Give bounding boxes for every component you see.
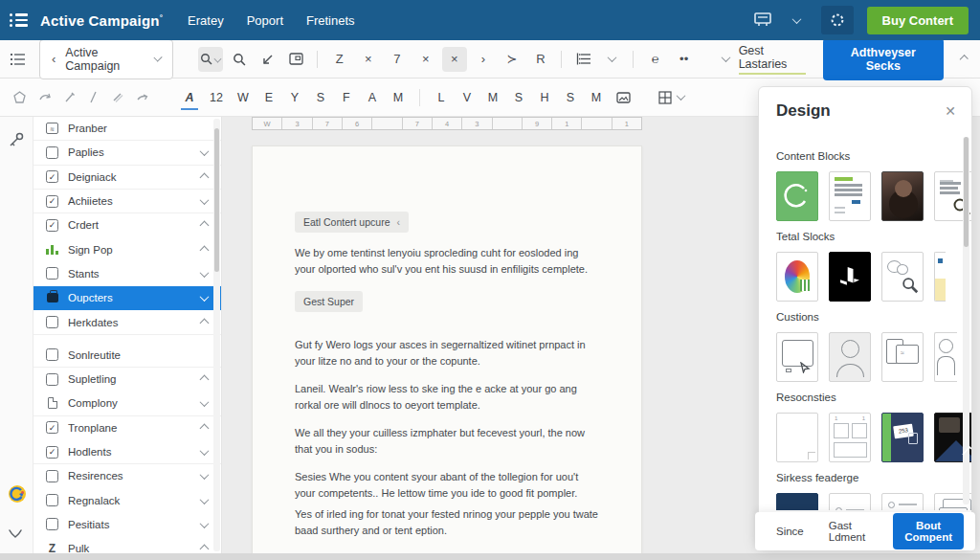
checkbox-icon[interactable] xyxy=(46,348,58,361)
content-chip-gest-super[interactable]: Gest Super xyxy=(295,291,363,312)
account-chevron-icon[interactable] xyxy=(787,10,808,31)
brand-logo[interactable]: Active Campaign° xyxy=(40,12,163,29)
insert-image-icon[interactable] xyxy=(613,88,634,107)
sidebar-item-hodlents[interactable]: Hodlents xyxy=(33,440,221,464)
chevron-down-icon[interactable] xyxy=(201,495,208,506)
outline-list-icon[interactable] xyxy=(11,53,26,66)
chevron-down-icon[interactable] xyxy=(201,195,208,207)
buy-content-button[interactable]: Buy Contert xyxy=(867,7,969,34)
zoom-dropdown-button[interactable] xyxy=(198,47,223,72)
format-m3-button[interactable]: M xyxy=(588,87,605,108)
block-tile-list-two[interactable] xyxy=(829,493,871,510)
paragraph[interactable]: We by ome tentinst lenyoiu sprocleding c… xyxy=(295,245,599,277)
sidebar-item-oupcters-selected[interactable]: Oupcters xyxy=(33,286,221,310)
block-tile-green-circle[interactable] xyxy=(776,171,818,221)
adthveyser-secks-button[interactable]: Adthveyser Secks xyxy=(823,38,944,80)
sidebar-item-paplies[interactable]: Paplies xyxy=(33,141,221,165)
nav-item-fretinets[interactable]: Fretinets xyxy=(306,13,355,28)
card-view-icon[interactable] xyxy=(284,47,309,72)
sidebar-item-herkdates[interactable]: Herkdates xyxy=(33,310,221,334)
sidebar-item-regnalack[interactable]: Regnalack xyxy=(33,488,221,512)
paragraph[interactable]: We all they your cuilless izmphater but … xyxy=(295,425,599,457)
block-tile-blank[interactable] xyxy=(776,413,818,462)
collapse-caret-icon[interactable] xyxy=(959,55,968,63)
slash-icon[interactable] xyxy=(89,91,98,103)
font-style-a-button[interactable]: A xyxy=(181,87,198,108)
block-tile-screen-cursor[interactable] xyxy=(776,332,818,382)
format-h-button[interactable]: H xyxy=(536,87,553,108)
browser-logo-icon[interactable] xyxy=(8,484,27,504)
redo-arrow-icon[interactable] xyxy=(39,92,51,102)
block-tile-green-navy-card[interactable]: 253 xyxy=(881,413,924,462)
block-tile-wireframe[interactable]: 1 1 xyxy=(829,413,871,462)
sidebar-item-resirences[interactable]: Resirences xyxy=(33,464,221,488)
format-m2-button[interactable]: M xyxy=(484,87,501,108)
format-s1-button[interactable]: S xyxy=(312,87,329,108)
sidebar-item-tronplane[interactable]: Tronplane xyxy=(33,416,221,440)
checkbox-icon[interactable] xyxy=(46,518,58,530)
block-tile-list-three[interactable] xyxy=(881,493,924,510)
sidebar-item-supletling[interactable]: Supletling xyxy=(33,368,221,392)
font-size-button[interactable]: 12 xyxy=(207,87,226,108)
chevron-up-icon[interactable] xyxy=(201,422,208,434)
checkbox-icon[interactable] xyxy=(46,494,58,506)
pen-icon[interactable] xyxy=(64,92,76,103)
gest-lastaries-link[interactable]: Gest Lastaries xyxy=(739,44,806,75)
sidebar-item-pesitiats[interactable]: Pesitiats xyxy=(33,513,221,537)
checkbox-checked-icon[interactable] xyxy=(46,219,58,232)
format-l-button[interactable]: L xyxy=(433,87,450,108)
more-dots-icon[interactable]: •• xyxy=(672,47,697,72)
format-s3-button[interactable]: S xyxy=(562,87,579,108)
sidebar-item-pranber[interactable]: ≋ Pranber xyxy=(33,117,221,141)
chevron-down-icon[interactable] xyxy=(201,292,208,303)
sidebar-item-sonlreutite[interactable]: Sonlreutite xyxy=(33,344,221,368)
checkbox-checked-icon[interactable] xyxy=(46,170,58,183)
highlighter-icon[interactable] xyxy=(111,92,123,103)
format-y-button[interactable]: Y xyxy=(286,87,303,108)
arrow-ne-icon[interactable] xyxy=(137,92,148,102)
shape-pentagon-icon[interactable] xyxy=(13,91,26,103)
content-chip-eatl[interactable]: Eatl Contert upcure ‹ xyxy=(295,212,409,233)
search-icon[interactable] xyxy=(227,47,252,72)
chevron-down-icon[interactable] xyxy=(201,146,208,158)
sidebar-item-crdert[interactable]: Crdert xyxy=(33,213,221,237)
chevron-up-icon[interactable] xyxy=(201,171,208,183)
chevron-down-icon[interactable] xyxy=(201,446,208,458)
chevron-up-icon[interactable] xyxy=(201,317,208,328)
sidebar-item-stants[interactable]: Stants xyxy=(33,262,221,286)
email-document-page[interactable]: Eatl Contert upcure ‹ We by ome tentinst… xyxy=(252,146,642,557)
chevron-down-icon[interactable] xyxy=(201,519,208,530)
format-f-button[interactable]: F xyxy=(338,87,355,108)
chevron-up-icon[interactable] xyxy=(201,373,208,385)
sidebar-item-pulk[interactable]: Z Pulk xyxy=(33,537,221,553)
chevron-up-icon[interactable] xyxy=(201,543,208,553)
block-tile-person-partial[interactable] xyxy=(934,332,957,382)
tool-r-icon[interactable]: R xyxy=(528,47,553,72)
sidebar-item-sign-pop[interactable]: Sign Pop xyxy=(33,237,221,261)
chevron-down-icon[interactable] xyxy=(201,397,208,409)
nav-item-poport[interactable]: Poport xyxy=(247,13,283,28)
checkbox-checked-icon[interactable] xyxy=(46,195,58,208)
checkbox-icon[interactable] xyxy=(46,316,58,328)
import-arrow-icon[interactable] xyxy=(256,47,280,72)
tool-x2-icon[interactable]: × xyxy=(413,47,438,72)
block-tile-devices[interactable]: ≈ xyxy=(881,332,924,382)
since-link[interactable]: Since xyxy=(776,526,804,537)
paragraph[interactable]: Sesies Whe you content syour abant of th… xyxy=(295,469,599,501)
tool-succ-icon[interactable]: ≻ xyxy=(500,47,524,72)
block-tile-doc-lines[interactable] xyxy=(829,171,871,221)
tool-arrow-icon[interactable]: 7 xyxy=(385,47,410,72)
format-s2-button[interactable]: S xyxy=(510,87,527,108)
chevron-up-icon[interactable] xyxy=(201,244,208,256)
tool-next-icon[interactable]: › xyxy=(471,47,496,72)
bout-compent-button[interactable]: Bout Compent xyxy=(893,513,964,549)
sidebar-scrollbar[interactable] xyxy=(213,119,220,551)
sidebar-item-complony[interactable]: Complony xyxy=(33,392,221,415)
paragraph[interactable]: Gut fy Wero logs your asces in segernalt… xyxy=(295,337,599,369)
format-m1-button[interactable]: M xyxy=(390,87,407,108)
sidebar-item-deigniack[interactable]: Deigniack xyxy=(33,166,221,190)
chevron-down-icon[interactable] xyxy=(201,470,208,482)
block-tile-wifi-play[interactable] xyxy=(776,493,818,510)
format-w-button[interactable]: W xyxy=(234,87,252,108)
nav-item-eratey[interactable]: Eratey xyxy=(188,13,224,28)
